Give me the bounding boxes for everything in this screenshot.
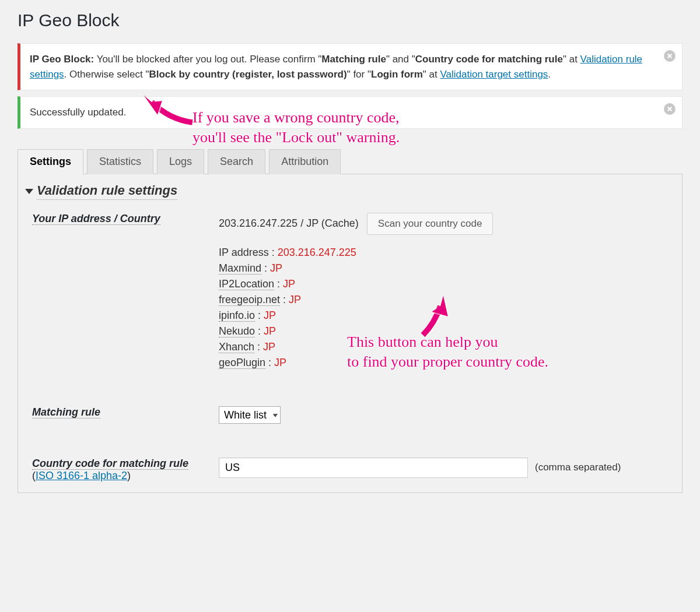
label-ip-country: Your IP address / Country xyxy=(32,213,160,225)
warn-period: . xyxy=(548,69,551,80)
scan-country-code-button[interactable]: Scan your country code xyxy=(367,213,494,235)
warn-quoted1: Matching rule xyxy=(321,54,386,65)
tab-bar: Settings Statistics Logs Search Attribut… xyxy=(18,149,682,174)
page-title: IP Geo Block xyxy=(18,0,682,37)
row-ip-country: Your IP address / Country 203.216.247.22… xyxy=(18,202,682,383)
link-validation-target-settings[interactable]: Validation target settings xyxy=(440,69,548,80)
list-item: Maxmind : JP xyxy=(219,262,668,275)
warn-quoted2: Country code for matching rule xyxy=(415,54,563,65)
warn-text2: . Otherwise select xyxy=(64,69,146,80)
link-iso-3166[interactable]: ISO 3166-1 alpha-2 xyxy=(36,470,127,481)
close-icon[interactable] xyxy=(663,50,676,62)
warn-at2: at xyxy=(426,69,440,80)
list-item: Nekudo : JP xyxy=(219,325,668,337)
label-matching-rule: Matching rule xyxy=(32,406,100,418)
triangle-down-icon xyxy=(25,189,33,194)
matching-rule-select[interactable]: White list xyxy=(219,406,281,424)
value-ip-address: 203.216.247.225 xyxy=(278,247,356,258)
warning-lead: IP Geo Block: xyxy=(30,54,94,65)
section-toggle[interactable]: Validation rule settings xyxy=(18,174,682,202)
warn-at1: at xyxy=(566,54,580,65)
list-item: ipinfo.io : JP xyxy=(219,309,668,322)
success-text: Successfully updated. xyxy=(30,105,659,120)
label-ip-address: IP address : xyxy=(219,247,275,258)
warn-text1: You'll be blocked after you log out. Ple… xyxy=(94,54,318,65)
warning-notice: IP Geo Block: You'll be blocked after yo… xyxy=(18,43,682,90)
row-country-code: Country code for matching rule (ISO 3166… xyxy=(18,434,682,493)
close-icon[interactable] xyxy=(663,103,676,115)
tab-settings[interactable]: Settings xyxy=(18,149,83,174)
warn-and: and xyxy=(390,54,412,65)
tab-statistics[interactable]: Statistics xyxy=(87,149,153,174)
warn-quoted4: Login form xyxy=(371,69,423,80)
tab-search[interactable]: Search xyxy=(208,149,265,174)
list-item: freegeoip.net : JP xyxy=(219,294,668,306)
success-notice: Successfully updated. xyxy=(18,96,682,129)
value-ip-country: 203.216.247.225 / JP (Cache) xyxy=(219,217,359,230)
list-item: geoPlugin : JP xyxy=(219,357,668,369)
tab-attribution[interactable]: Attribution xyxy=(269,149,341,174)
tab-logs[interactable]: Logs xyxy=(157,149,204,174)
paren-close: ) xyxy=(127,470,131,481)
list-item: IP2Location : JP xyxy=(219,278,668,290)
row-matching-rule: Matching rule White list xyxy=(18,383,682,434)
warn-quoted3: Block by country (register, lost passwor… xyxy=(149,69,346,80)
provider-list: IP address : 203.216.247.225 Maxmind : J… xyxy=(219,247,668,369)
country-code-input[interactable] xyxy=(219,458,528,478)
warn-for: for xyxy=(351,69,368,80)
settings-panel: Validation rule settings Your IP address… xyxy=(18,174,682,493)
label-country-code: Country code for matching rule xyxy=(32,458,188,470)
section-title: Validation rule settings xyxy=(37,183,177,200)
country-code-hint: (comma separated) xyxy=(535,462,621,473)
list-item: Xhanch : JP xyxy=(219,341,668,353)
